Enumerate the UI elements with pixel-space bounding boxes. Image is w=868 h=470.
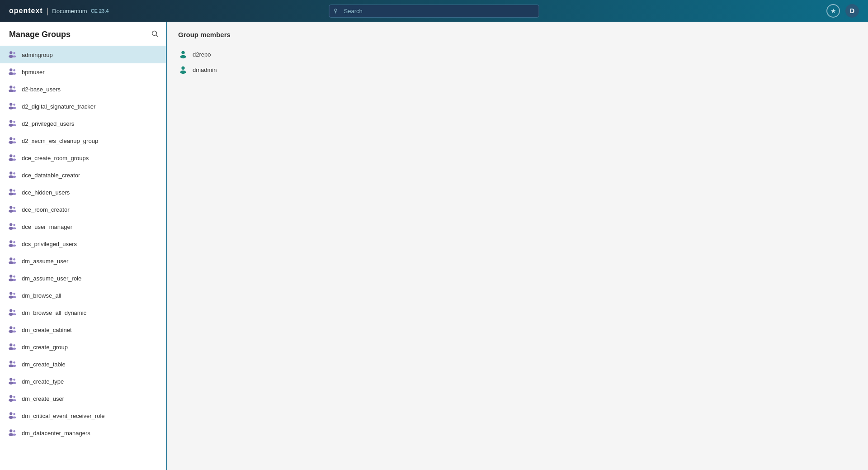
svg-point-77	[13, 365, 16, 367]
section-title: Group members	[178, 31, 857, 38]
svg-point-79	[9, 381, 13, 384]
svg-point-18	[9, 120, 12, 123]
app-version: CE 23.4	[91, 8, 109, 14]
group-item[interactable]: dm_create_type	[0, 373, 166, 390]
main-layout: Manage Groups admingroup	[0, 22, 868, 470]
svg-point-42	[9, 223, 12, 226]
group-icon	[7, 428, 17, 438]
svg-point-13	[13, 90, 16, 92]
svg-point-30	[9, 171, 12, 174]
group-item-label: dm_create_table	[22, 361, 66, 368]
group-item[interactable]: d2_privileged_users	[0, 115, 166, 132]
svg-point-46	[9, 240, 12, 243]
group-item[interactable]: dce_user_manager	[0, 218, 166, 235]
group-item[interactable]: dce_create_room_groups	[0, 149, 166, 166]
group-item-label: d2_xecm_ws_cleanup_group	[22, 138, 98, 144]
svg-point-84	[13, 396, 15, 398]
group-icon	[7, 325, 17, 335]
group-icon	[7, 342, 17, 352]
user-avatar[interactable]: D	[845, 4, 859, 18]
svg-point-19	[9, 123, 13, 126]
global-search[interactable]: ⚲	[329, 5, 539, 18]
group-icon	[7, 273, 17, 283]
group-item[interactable]: dm_create_user	[0, 390, 166, 407]
svg-point-78	[9, 378, 12, 380]
svg-point-10	[9, 85, 12, 88]
group-item[interactable]: dce_hidden_users	[0, 184, 166, 201]
svg-point-94	[181, 51, 184, 54]
svg-point-8	[13, 69, 15, 71]
group-item[interactable]: d2-base_users	[0, 81, 166, 98]
group-item-label: admingroup	[22, 52, 53, 58]
svg-point-62	[9, 309, 12, 312]
sidebar: Manage Groups admingroup	[0, 22, 167, 470]
search-input[interactable]	[329, 5, 539, 18]
group-icon	[7, 376, 17, 386]
topbar-right-controls: ★ D	[826, 4, 859, 18]
group-item[interactable]: bpmuser	[0, 63, 166, 81]
group-icon	[7, 411, 17, 421]
group-item[interactable]: dcs_privileged_users	[0, 235, 166, 252]
svg-point-64	[13, 310, 15, 312]
group-item-label: dcs_privileged_users	[22, 241, 77, 247]
svg-point-63	[9, 313, 13, 315]
group-item-label: dm_create_cabinet	[22, 327, 72, 333]
member-label: d2repo	[193, 51, 211, 58]
group-item[interactable]: dm_create_table	[0, 356, 166, 373]
svg-point-80	[13, 379, 15, 381]
svg-point-29	[13, 158, 16, 161]
svg-point-4	[13, 52, 15, 54]
svg-point-74	[9, 361, 12, 363]
group-item[interactable]: dm_create_cabinet	[0, 321, 166, 338]
group-item[interactable]: dm_critical_event_receiver_role	[0, 407, 166, 424]
svg-point-89	[13, 416, 16, 418]
sidebar-search-icon[interactable]	[151, 30, 159, 39]
svg-point-23	[9, 141, 13, 143]
group-item[interactable]: dce_room_creator	[0, 201, 166, 218]
svg-point-53	[13, 261, 16, 264]
svg-point-72	[13, 344, 15, 347]
svg-point-75	[9, 364, 13, 367]
svg-point-68	[13, 327, 15, 329]
svg-point-14	[9, 103, 12, 105]
group-item-label: dce_room_creator	[22, 206, 70, 213]
group-item[interactable]: dm_datacenter_managers	[0, 424, 166, 442]
sidebar-title: Manage Groups	[9, 30, 71, 39]
group-item-label: d2_digital_signature_tracker	[22, 103, 95, 110]
svg-point-44	[13, 224, 15, 226]
svg-point-50	[9, 257, 12, 260]
group-item[interactable]: dm_browse_all_dynamic	[0, 304, 166, 321]
group-item[interactable]: dm_assume_user	[0, 252, 166, 270]
svg-point-45	[13, 227, 16, 229]
group-icon	[7, 170, 17, 180]
group-item[interactable]: dm_create_group	[0, 338, 166, 356]
svg-point-96	[181, 66, 184, 70]
group-icon	[7, 153, 17, 163]
svg-point-47	[9, 244, 13, 247]
sidebar-header: Manage Groups	[0, 22, 166, 46]
group-item[interactable]: dce_datatable_creator	[0, 166, 166, 184]
opentext-brand: opentext	[9, 7, 43, 15]
group-item[interactable]: d2_xecm_ws_cleanup_group	[0, 132, 166, 149]
svg-point-32	[13, 172, 15, 175]
svg-point-95	[180, 55, 186, 58]
svg-point-67	[9, 330, 13, 332]
svg-point-41	[13, 210, 16, 212]
svg-point-38	[9, 206, 12, 209]
group-icon	[7, 394, 17, 404]
group-icon	[7, 101, 17, 111]
group-item[interactable]: dm_assume_user_role	[0, 270, 166, 287]
group-item-label: dm_browse_all	[22, 292, 61, 299]
svg-point-52	[13, 258, 15, 261]
group-item[interactable]: admingroup	[0, 46, 166, 63]
svg-point-34	[9, 189, 12, 191]
group-item[interactable]: d2_digital_signature_tracker	[0, 98, 166, 115]
group-icon	[7, 50, 17, 60]
app-logo: opentext | Documentum CE 23.4	[9, 6, 108, 16]
group-item-label: dce_datatable_creator	[22, 172, 80, 179]
svg-point-43	[9, 227, 13, 229]
member-item[interactable]: d2repo	[178, 47, 857, 62]
group-item[interactable]: dm_browse_all	[0, 287, 166, 304]
member-item[interactable]: dmadmin	[178, 62, 857, 77]
favorites-button[interactable]: ★	[826, 4, 840, 18]
